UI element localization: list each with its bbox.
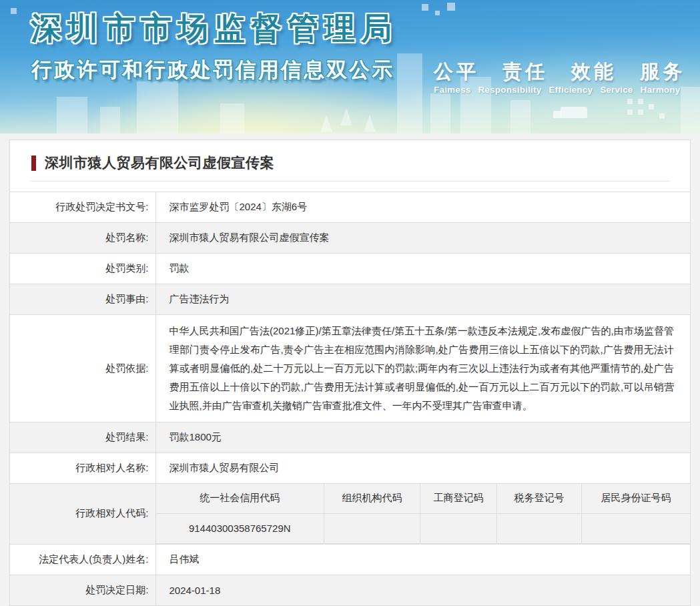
unified-social-credit-code: 91440300358765729N bbox=[156, 513, 324, 543]
table-row-party-codes: 行政相对人代码: 统一社会信用代码 组织机构代码 工商登记码 税务登记号 居民身… bbox=[10, 484, 690, 545]
row-label: 处罚事由: bbox=[10, 284, 155, 315]
page: 深圳市市场监督管理局 行政许可和行政处罚信用信息双公示 公平 责任 效能 服务 … bbox=[0, 0, 700, 606]
row-value: 罚款1800元 bbox=[155, 422, 690, 453]
pixel-square bbox=[638, 109, 643, 115]
row-label: 处罚依据: bbox=[10, 315, 155, 422]
tree-silhouette bbox=[364, 115, 376, 132]
row-label: 法定代表人(负责人)姓名: bbox=[10, 544, 155, 575]
business-registration-code bbox=[420, 513, 497, 543]
codes-header-row: 统一社会信用代码 组织机构代码 工商登记码 税务登记号 居民身份证号码 bbox=[156, 484, 691, 513]
codes-subtable-cell: 统一社会信用代码 组织机构代码 工商登记码 税务登记号 居民身份证号码 9144… bbox=[155, 484, 690, 545]
case-title-section: 深圳市猿人贸易有限公司虚假宣传案 bbox=[10, 140, 690, 181]
code-column-header: 工商登记码 bbox=[420, 484, 497, 513]
skyline-building bbox=[137, 81, 178, 133]
pixel-square bbox=[627, 99, 633, 104]
skyline-building bbox=[397, 53, 422, 133]
table-row-legal-representative: 法定代表人(负责人)姓名: 吕伟斌 bbox=[10, 544, 690, 575]
row-label: 处罚结果: bbox=[10, 422, 155, 453]
table-row-party-name: 行政相对人名称: 深圳市猿人贸易有限公司 bbox=[10, 453, 690, 484]
table-row-penalty-result: 处罚结果: 罚款1800元 bbox=[10, 422, 690, 453]
tree-silhouette bbox=[320, 115, 332, 132]
row-value: 广告违法行为 bbox=[155, 284, 690, 315]
row-label: 行政处罚决定书文号: bbox=[10, 192, 155, 223]
codes-subtable: 统一社会信用代码 组织机构代码 工商登记码 税务登记号 居民身份证号码 9144… bbox=[156, 484, 691, 544]
code-column-header: 税务登记号 bbox=[497, 484, 582, 513]
skyline-building bbox=[100, 107, 120, 133]
slogan-chinese: 公平 责任 效能 服务 和谐 bbox=[434, 59, 700, 85]
pixel-square bbox=[11, 8, 17, 14]
code-column-header: 组织机构代码 bbox=[324, 484, 420, 513]
skyline-building bbox=[681, 87, 700, 133]
site-banner: 深圳市市场监督管理局 行政许可和行政处罚信用信息双公示 公平 责任 效能 服务 … bbox=[0, 0, 700, 133]
row-label: 处罚类别: bbox=[10, 254, 155, 284]
table-row-decision-number: 行政处罚决定书文号: 深市监罗处罚〔2024〕东湖6号 bbox=[10, 192, 690, 223]
resident-id-code bbox=[582, 513, 691, 543]
row-label: 处罚名称: bbox=[10, 223, 155, 254]
site-subtitle: 行政许可和行政处罚信用信息双公示 bbox=[31, 56, 394, 84]
truck-icon bbox=[561, 107, 587, 118]
row-value: 吕伟斌 bbox=[155, 544, 690, 575]
skyline-building bbox=[57, 97, 87, 133]
case-title: 深圳市猿人贸易有限公司虚假宣传案 bbox=[45, 154, 274, 172]
row-value: 深圳市猿人贸易有限公司 bbox=[155, 453, 690, 484]
skyline-building bbox=[510, 100, 531, 133]
table-row-penalty-name: 处罚名称: 深圳市猿人贸易有限公司虚假宣传案 bbox=[10, 223, 690, 254]
pixel-square bbox=[422, 4, 428, 11]
skyline-building bbox=[220, 103, 244, 133]
row-value: 罚款 bbox=[155, 254, 690, 284]
code-column-header: 统一社会信用代码 bbox=[156, 484, 324, 513]
pixel-square bbox=[627, 109, 633, 115]
table-row-penalty-reason: 处罚事由: 广告违法行为 bbox=[10, 284, 690, 315]
tree-silhouette bbox=[340, 108, 352, 125]
table-row-penalty-basis: 处罚依据: 中华人民共和国广告法(2021修正)/第五章法律责任/第五十五条/第… bbox=[10, 315, 690, 422]
pixel-square bbox=[447, 3, 455, 11]
row-label: 处罚决定日期: bbox=[10, 575, 155, 605]
row-label: 行政相对人代码: bbox=[10, 484, 155, 545]
codes-value-row: 91440300358765729N bbox=[156, 513, 691, 543]
skyline-building bbox=[430, 93, 450, 133]
table-row-penalty-category: 处罚类别: 罚款 bbox=[10, 254, 690, 284]
pixel-square bbox=[638, 99, 643, 104]
row-value: 深圳市猿人贸易有限公司虚假宣传案 bbox=[155, 223, 690, 254]
tax-registration-code bbox=[497, 513, 582, 543]
title-divider bbox=[30, 181, 670, 182]
organization-code bbox=[324, 513, 420, 543]
title-accent-bar bbox=[31, 156, 36, 171]
page-background-strip bbox=[0, 133, 700, 139]
row-value: 中华人民共和国广告法(2021修正)/第五章法律责任/第五十五条/第一款违反本法… bbox=[155, 315, 690, 422]
pixel-square bbox=[649, 104, 654, 109]
penalty-info-table: 行政处罚决定书文号: 深市监罗处罚〔2024〕东湖6号 处罚名称: 深圳市猿人贸… bbox=[10, 192, 690, 606]
content-card: 深圳市猿人贸易有限公司虚假宣传案 行政处罚决定书文号: 深市监罗处罚〔2024〕… bbox=[9, 139, 691, 606]
slogan-english: Faimess Responsibility Efficiency Servic… bbox=[434, 85, 680, 95]
pixel-square bbox=[659, 113, 665, 119]
row-label: 行政相对人名称: bbox=[10, 453, 155, 484]
site-title: 深圳市市场监督管理局 bbox=[31, 8, 398, 49]
table-row-decision-date: 处罚决定日期: 2024-01-18 bbox=[10, 575, 690, 605]
row-value: 深市监罗处罚〔2024〕东湖6号 bbox=[155, 192, 690, 223]
pixel-square bbox=[435, 11, 440, 15]
code-column-header: 居民身份证号码 bbox=[582, 484, 691, 513]
row-value: 2024-01-18 bbox=[155, 575, 690, 605]
